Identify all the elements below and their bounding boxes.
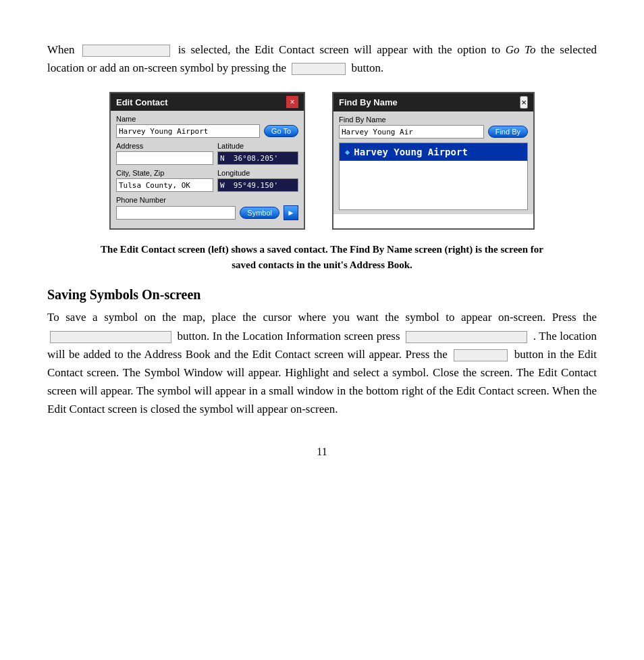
longitude-input[interactable] — [217, 178, 298, 192]
longitude-label: Longitude — [217, 169, 298, 177]
address-input[interactable] — [116, 151, 213, 165]
saving-heading: Saving Symbols On-screen — [47, 287, 597, 303]
screenshots-row: Edit Contact × Name Go To Address Latitu… — [47, 92, 597, 230]
caption-text: The Edit Contact screen (left) shows a s… — [92, 242, 552, 272]
edit-contact-titlebar: Edit Contact × — [111, 93, 304, 111]
latitude-col: Latitude — [217, 142, 298, 165]
address-latitude-row: Address Latitude — [116, 142, 298, 165]
city-input[interactable] — [116, 178, 213, 192]
find-label: Find By Name — [339, 116, 528, 124]
intro-text-4: button. — [352, 61, 384, 74]
find-result-text: Harvey Young Airport — [354, 147, 468, 157]
symbol-button[interactable]: Symbol — [240, 207, 279, 219]
goto-button[interactable]: Go To — [264, 125, 298, 137]
phone-row: Symbol ► — [116, 205, 298, 220]
find-results: ◆ Harvey Young Airport — [339, 143, 528, 210]
diamond-icon: ◆ — [345, 147, 350, 157]
saving-text-1b: button. In the Location Information scre… — [178, 330, 400, 342]
edit-contact-dialog: Edit Contact × Name Go To Address Latitu… — [109, 92, 305, 230]
find-by-name-dialog: Find By Name × Find By Name Find By ◆ Ha… — [332, 92, 535, 230]
go-to-italic: Go To — [506, 43, 536, 56]
intro-paragraph: When is selected, the Edit Contact scree… — [47, 41, 597, 77]
city-longitude-row: City, State, Zip Longitude — [116, 169, 298, 192]
find-result-item[interactable]: ◆ Harvey Young Airport — [340, 143, 527, 161]
inline-placeholder-5 — [454, 349, 508, 361]
latitude-label: Latitude — [217, 142, 298, 150]
saving-paragraph: To save a symbol on the map, place the c… — [47, 308, 597, 418]
latitude-input[interactable] — [217, 151, 298, 165]
phone-label: Phone Number — [116, 196, 298, 204]
name-input[interactable] — [116, 124, 260, 138]
arrow-button[interactable]: ► — [284, 205, 298, 220]
find-close[interactable]: × — [520, 96, 528, 109]
saving-text-1: To save a symbol on the map, place the c… — [47, 311, 597, 324]
find-body: Find By Name Find By ◆ Harvey Young Airp… — [333, 111, 533, 214]
phone-input[interactable] — [116, 206, 236, 220]
inline-placeholder-4 — [406, 331, 527, 343]
longitude-col: Longitude — [217, 169, 298, 192]
city-col: City, State, Zip — [116, 169, 213, 192]
name-label: Name — [116, 115, 298, 123]
address-col: Address — [116, 142, 213, 165]
edit-contact-close[interactable]: × — [286, 96, 298, 108]
find-title: Find By Name — [339, 97, 398, 107]
name-row: Go To — [116, 124, 298, 138]
find-input[interactable] — [339, 125, 484, 138]
address-label: Address — [116, 142, 213, 150]
inline-placeholder-2 — [292, 63, 346, 75]
intro-text-2: is selected, the Edit Contact screen wil… — [178, 43, 501, 56]
inline-placeholder-1 — [82, 45, 170, 57]
find-titlebar: Find By Name × — [333, 93, 533, 111]
city-label: City, State, Zip — [116, 169, 213, 177]
edit-contact-title: Edit Contact — [116, 97, 168, 107]
find-by-button[interactable]: Find By — [488, 126, 528, 138]
page-number: 11 — [47, 446, 597, 458]
intro-text-1: When — [47, 43, 75, 56]
find-input-row: Find By — [339, 125, 528, 138]
edit-contact-body: Name Go To Address Latitude City, State,… — [111, 111, 304, 228]
inline-placeholder-3 — [50, 331, 171, 343]
